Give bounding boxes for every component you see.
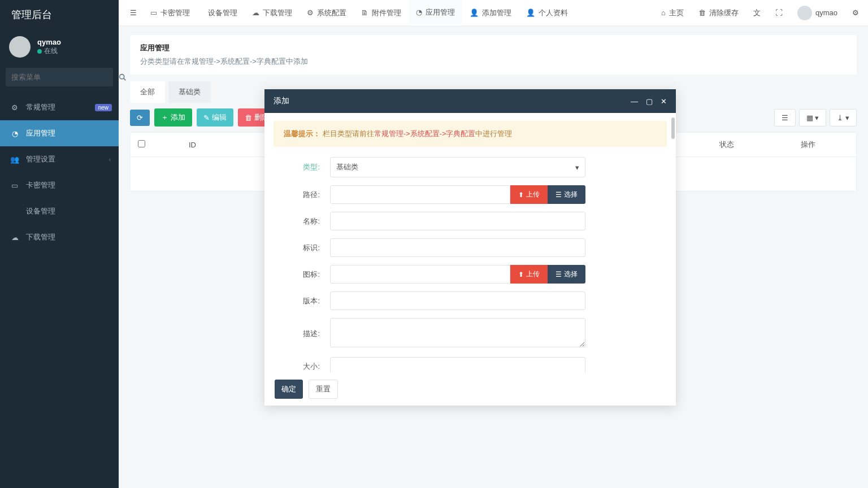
th-id[interactable]: ID — [153, 133, 232, 157]
icon-select-button[interactable]: ☰选择 — [548, 265, 585, 284]
topbar: ☰ ▭卡密管理 设备管理 ☁下载管理 ⚙系统配置 🗎附件管理 ◔应用管理 👤添加… — [119, 0, 868, 26]
nav-apps[interactable]: ◔应用管理 — [409, 0, 462, 26]
sidebar-item-devices[interactable]: 设备管理 — [0, 198, 119, 224]
brand-logo: 管理后台 — [0, 0, 119, 30]
path-upload-button[interactable]: ⬆上传 — [510, 185, 548, 204]
card-icon: ▭ — [9, 181, 20, 190]
ident-input[interactable] — [330, 238, 585, 257]
sidebar-item-downloads[interactable]: ☁ 下载管理 — [0, 224, 119, 250]
search-input[interactable] — [6, 68, 112, 86]
reset-button[interactable]: 重置 — [309, 380, 338, 399]
trash-icon: 🗑 — [245, 114, 252, 122]
home-icon: ⌂ — [661, 8, 666, 17]
refresh-button[interactable]: ⟳ — [130, 110, 150, 126]
modal-title: 添加 — [274, 96, 631, 106]
modal-body: 温馨提示： 栏目类型请前往常规管理->系统配置->字典配置中进行管理 类型: 基… — [264, 113, 676, 373]
home-link[interactable]: ⌂主页 — [657, 0, 688, 26]
label-name: 名称: — [274, 216, 330, 226]
nav-addmgr[interactable]: 👤添加管理 — [463, 0, 518, 26]
sidebar-search[interactable] — [6, 68, 113, 86]
add-button[interactable]: ＋添加 — [154, 108, 192, 127]
page-header: 应用管理 分类类型请在常规管理->系统配置->字典配置中添加 — [130, 35, 857, 75]
users-icon: 👥 — [9, 155, 20, 164]
edit-button[interactable]: ✎编辑 — [197, 108, 233, 127]
th-action[interactable]: 操作 — [761, 133, 857, 157]
topbar-right: ⌂主页 🗑清除缓存 文 ⛶ qymao ⚙ — [657, 0, 863, 26]
export-button[interactable]: ⤓ ▾ — [830, 109, 857, 127]
icon-input[interactable] — [330, 265, 510, 284]
circle-icon: ◔ — [9, 129, 20, 138]
path-input[interactable] — [330, 185, 510, 204]
refresh-icon: ⟳ — [137, 114, 143, 122]
list-icon: ☰ — [555, 191, 562, 199]
add-modal: 添加 — ▢ ✕ 温馨提示： 栏目类型请前往常规管理->系统配置->字典配置中进… — [264, 89, 676, 406]
label-version: 版本: — [274, 296, 330, 306]
select-all-checkbox[interactable] — [138, 140, 145, 147]
nav-attach[interactable]: 🗎附件管理 — [354, 0, 408, 26]
sidebar-item-general[interactable]: ⚙ 常规管理 new — [0, 94, 119, 120]
cloud-download-icon: ☁ — [9, 233, 20, 242]
user-icon: 👤 — [470, 8, 479, 17]
pencil-icon: ✎ — [203, 114, 210, 122]
view-list-button[interactable]: ☰ — [774, 109, 796, 127]
nav-downloads[interactable]: ☁下载管理 — [245, 0, 299, 26]
settings-icon[interactable]: ⚙ — [848, 0, 863, 26]
scrollbar[interactable] — [671, 117, 675, 139]
nav-cards[interactable]: ▭卡密管理 — [144, 0, 197, 26]
circle-icon: ◔ — [416, 8, 422, 16]
card-icon: ▭ — [150, 8, 157, 17]
alert-notice: 温馨提示： 栏目类型请前往常规管理->系统配置->字典配置中进行管理 — [274, 121, 667, 147]
submit-button[interactable]: 确定 — [275, 380, 303, 399]
label-type: 类型: — [274, 162, 330, 172]
hamburger-icon[interactable]: ☰ — [123, 8, 144, 17]
chevron-down-icon: ▾ — [575, 163, 579, 172]
cloud-download-icon: ☁ — [252, 8, 259, 17]
tab-basic[interactable]: 基础类 — [168, 81, 211, 103]
upload-icon: ⬆ — [518, 271, 524, 278]
lang-icon[interactable]: 文 — [749, 0, 765, 26]
view-grid-button[interactable]: ▦ ▾ — [799, 109, 827, 127]
nav-profile[interactable]: 👤个人资料 — [519, 0, 575, 26]
gears-icon: ⚙ — [9, 103, 20, 112]
nav-devices[interactable]: 设备管理 — [198, 0, 244, 26]
sidebar: 管理后台 qymao 在线 ⚙ 常规管理 new ◔ 应用管理 👥 管理设置 ‹… — [0, 0, 119, 488]
th-status[interactable]: 状态 — [693, 133, 761, 157]
alert-link[interactable]: 常规管理->系统配置->字典配置 — [374, 129, 476, 138]
page-subtitle: 分类类型请在常规管理->系统配置->字典配置中添加 — [140, 56, 847, 67]
badge-new: new — [95, 104, 112, 111]
type-select[interactable]: 基础类▾ — [330, 157, 585, 177]
fullscreen-icon[interactable]: ⛶ — [771, 0, 787, 26]
name-input[interactable] — [330, 212, 585, 230]
avatar[interactable] — [9, 36, 31, 58]
sidebar-item-cards[interactable]: ▭ 卡密管理 — [0, 172, 119, 198]
trash-icon: 🗑 — [698, 8, 706, 17]
close-icon[interactable]: ✕ — [661, 97, 667, 106]
avatar — [797, 6, 812, 20]
minimize-icon[interactable]: — — [631, 97, 638, 106]
icon-upload-button[interactable]: ⬆上传 — [510, 265, 548, 284]
gear-icon: ⚙ — [307, 8, 314, 17]
user-menu[interactable]: qymao — [793, 0, 842, 26]
maximize-icon[interactable]: ▢ — [646, 97, 653, 106]
plus-icon: ＋ — [161, 112, 168, 123]
upload-icon: ⬆ — [518, 191, 524, 199]
status-dot-icon — [37, 49, 42, 54]
version-input[interactable] — [330, 291, 585, 310]
sidebar-item-manage[interactable]: 👥 管理设置 ‹ — [0, 146, 119, 172]
label-path: 路径: — [274, 190, 330, 200]
user-panel: qymao 在线 — [0, 30, 119, 68]
tab-all[interactable]: 全部 — [130, 81, 165, 103]
sidebar-item-apps[interactable]: ◔ 应用管理 — [0, 120, 119, 146]
label-ident: 标识: — [274, 243, 330, 253]
path-select-button[interactable]: ☰选择 — [548, 185, 585, 204]
size-input[interactable] — [330, 357, 585, 373]
chevron-left-icon: ‹ — [109, 156, 111, 163]
page-title: 应用管理 — [140, 43, 847, 53]
clear-cache-link[interactable]: 🗑清除缓存 — [694, 0, 743, 26]
desc-textarea[interactable] — [330, 318, 585, 347]
nav-sysconfig[interactable]: ⚙系统配置 — [300, 0, 353, 26]
modal-header[interactable]: 添加 — ▢ ✕ — [264, 89, 676, 113]
top-nav: ▭卡密管理 设备管理 ☁下载管理 ⚙系统配置 🗎附件管理 ◔应用管理 👤添加管理… — [144, 0, 575, 26]
list-icon: ☰ — [555, 271, 562, 278]
modal-footer: 确定 重置 — [264, 373, 676, 406]
